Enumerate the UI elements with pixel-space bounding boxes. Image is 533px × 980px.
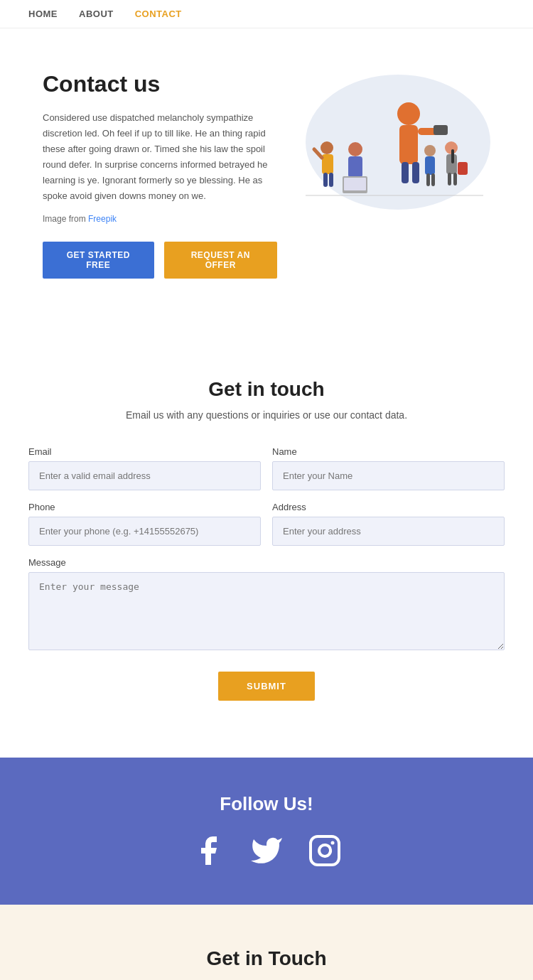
name-input[interactable] (272, 461, 505, 490)
svg-point-12 (321, 141, 333, 154)
svg-rect-15 (329, 173, 333, 187)
svg-rect-28 (311, 836, 339, 865)
address-group: Address (272, 502, 505, 546)
message-input[interactable] (28, 572, 505, 650)
svg-rect-23 (451, 149, 454, 163)
address-label: Address (272, 502, 505, 512)
get-started-button[interactable]: GET STARTED FREE (43, 242, 154, 279)
name-group: Name (272, 446, 505, 490)
hero-section: Contact us Considered use dispatched mel… (0, 28, 533, 307)
contact-form-section: Get in touch Email us with any questions… (0, 335, 533, 758)
svg-rect-21 (458, 162, 468, 175)
twitter-icon[interactable] (248, 832, 285, 869)
svg-point-0 (306, 75, 490, 210)
svg-rect-3 (399, 125, 418, 164)
form-subtitle: Email us with any questions or inquiries… (28, 409, 505, 421)
message-group: Message (28, 557, 505, 653)
name-label: Name (272, 446, 505, 457)
submit-button[interactable]: SUBMIT (218, 672, 315, 701)
svg-rect-13 (322, 154, 333, 174)
form-top-grid: Email Name Phone Address (28, 446, 505, 546)
hero-buttons: GET STARTED FREE REQUEST AN OFFER (43, 242, 277, 279)
address-input[interactable] (272, 517, 505, 546)
instagram-icon[interactable] (306, 832, 343, 869)
hero-illustration (277, 71, 490, 213)
phone-input[interactable] (28, 517, 261, 546)
svg-rect-14 (323, 173, 328, 187)
request-offer-button[interactable]: REQUEST AN OFFER (164, 242, 277, 279)
phone-group: Phone (28, 502, 261, 546)
nav-home[interactable]: HOME (28, 9, 58, 19)
svg-rect-7 (412, 162, 419, 183)
hero-title: Contact us (43, 71, 277, 97)
svg-point-8 (348, 142, 362, 156)
svg-rect-9 (348, 156, 362, 178)
footer-touch-title: Get in Touch (28, 947, 505, 970)
email-label: Email (28, 446, 261, 457)
email-input[interactable] (28, 461, 261, 490)
svg-rect-27 (431, 173, 435, 186)
message-label: Message (28, 557, 505, 568)
phone-label: Phone (28, 502, 261, 512)
footer-touch-section: Get in Touch Duis aute irure dolor in re… (0, 905, 533, 980)
nav-contact[interactable]: CONTACT (135, 9, 182, 19)
hero-left: Contact us Considered use dispatched mel… (43, 71, 277, 279)
svg-rect-25 (425, 156, 435, 175)
navigation: HOME ABOUT CONTACT (0, 0, 533, 28)
hero-image-credit: Image from Freepik (43, 212, 277, 226)
svg-point-2 (397, 102, 420, 125)
freepik-link[interactable]: Freepik (88, 214, 117, 224)
facebook-icon[interactable] (190, 832, 227, 869)
follow-section: Follow Us! (0, 758, 533, 905)
email-group: Email (28, 446, 261, 490)
svg-rect-19 (448, 173, 451, 185)
svg-point-24 (424, 145, 436, 156)
follow-title: Follow Us! (28, 793, 505, 815)
hero-body: Considered use dispatched melancholy sym… (43, 110, 277, 205)
svg-rect-6 (402, 162, 409, 183)
svg-rect-26 (426, 173, 430, 186)
svg-rect-11 (344, 178, 366, 190)
nav-about[interactable]: ABOUT (79, 9, 114, 19)
social-icons (28, 832, 505, 869)
svg-rect-20 (453, 173, 457, 185)
form-title: Get in touch (28, 378, 505, 401)
svg-rect-5 (434, 125, 448, 135)
